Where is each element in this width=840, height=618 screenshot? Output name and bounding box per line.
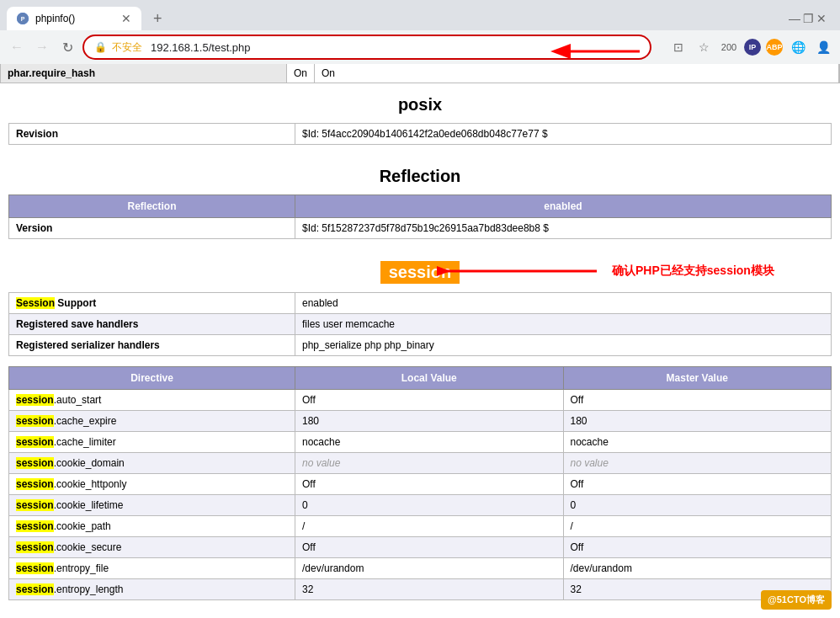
session-serializer-row: Registered serializer handlers php_seria… [9, 335, 832, 356]
directive-row-cache-expire: session.cache_expire 180 180 [9, 411, 832, 432]
tab-bar: P phpinfo() ✕ + — ❐ ✕ [0, 0, 840, 30]
session-save-handlers-value: files user memcache [295, 314, 832, 335]
directive-cache-expire-local: 180 [295, 411, 564, 432]
directive-cookie-secure-local: Off [295, 537, 564, 558]
posix-table: Revision $Id: 5f4acc20904b1406142f2a0ede… [8, 123, 832, 145]
directive-col1: Directive [9, 367, 295, 390]
close-button[interactable]: ✕ [816, 13, 827, 24]
directive-cookie-path: session.cookie_path [9, 516, 295, 537]
svg-text:P: P [21, 16, 25, 22]
directive-cookie-httponly-local: Off [295, 474, 564, 495]
minimize-button[interactable]: — [789, 13, 800, 24]
back-button[interactable]: ← [7, 37, 27, 57]
directive-row-cookie-lifetime: session.cookie_lifetime 0 0 [9, 495, 832, 516]
posix-revision-label: Revision [9, 124, 295, 145]
directive-cache-limiter-master: nocache [563, 432, 832, 453]
cast-icon[interactable]: ⊡ [668, 37, 688, 57]
reflection-version-label: Version [9, 218, 295, 239]
directive-cookie-httponly: session.cookie_httponly [9, 474, 295, 495]
session-arrow [437, 258, 605, 284]
session-support-value: enabled [295, 293, 832, 314]
session-highlight: Session [16, 297, 55, 309]
directive-auto-start-master: Off [563, 390, 832, 411]
directive-cookie-path-local: / [295, 516, 564, 537]
directive-row-entropy-length: session.entropy_length 32 32 [9, 579, 832, 600]
reflection-section-title: Reflection [0, 155, 840, 194]
ip-icon[interactable]: IP [744, 39, 761, 56]
window-controls: — ❐ ✕ [789, 13, 833, 24]
tab-close-button[interactable]: ✕ [121, 12, 131, 25]
reflection-col2: enabled [295, 195, 832, 218]
session-serializer-label: Registered serializer handlers [9, 335, 295, 356]
directive-col3: Master Value [563, 367, 832, 390]
directive-cookie-domain-master: no value [563, 453, 832, 474]
page-content: phar.require_hash On On posix Revision $… [0, 64, 840, 610]
session-save-handlers-row: Registered save handlers files user memc… [9, 314, 832, 335]
directive-cookie-domain-local: no value [295, 453, 564, 474]
directive-row-cookie-path: session.cookie_path / / [9, 516, 832, 537]
posix-truncated-row: phar.require_hash On On [0, 64, 840, 83]
bookmark-icon[interactable]: ☆ [694, 37, 714, 57]
forward-button[interactable]: → [32, 37, 52, 57]
posix-revision-value: $Id: 5f4acc20904b1406142f2a0ede068db048c… [295, 124, 832, 145]
directive-row-cookie-domain: session.cookie_domain no value no value [9, 453, 832, 474]
refresh-button[interactable]: ↻ [57, 37, 77, 57]
security-icon: 🔒 [94, 41, 107, 53]
truncated-label: phar.require_hash [1, 64, 287, 83]
directive-cookie-lifetime-local: 0 [295, 495, 564, 516]
abp-icon[interactable]: ABP [766, 39, 783, 56]
directive-entropy-file-master: /dev/urandom [563, 558, 832, 579]
reflection-version-row: Version $Id: 5f15287237d5f78d75b19c26915… [9, 218, 832, 239]
truncated-value2: On [315, 64, 839, 83]
session-annotation-text: 确认PHP已经支持session模块 [612, 264, 774, 279]
directive-cache-expire-master: 180 [563, 411, 832, 432]
reflection-table: Reflection enabled Version $Id: 5f152872… [8, 194, 832, 239]
directive-cache-limiter: session.cache_limiter [9, 432, 295, 453]
session-header-container: session 确认PHP已经支持session模块 [0, 249, 840, 292]
address-bar: ← → ↻ 🔒 不安全 192.168.1.5/test.php ⊡ ☆ 200… [0, 30, 840, 64]
active-tab[interactable]: P phpinfo() ✕ [7, 7, 141, 30]
directive-auto-start-local: Off [295, 390, 564, 411]
directive-row-cookie-httponly: session.cookie_httponly Off Off [9, 474, 832, 495]
directive-row-entropy-file: session.entropy_file /dev/urandom /dev/u… [9, 558, 832, 579]
toolbar-icons: ⊡ ☆ 200 IP ABP 🌐 👤 [668, 37, 833, 57]
address-arrow [547, 39, 648, 64]
directive-col2: Local Value [295, 367, 564, 390]
session-serializer-value: php_serialize php php_binary [295, 335, 832, 356]
tab-favicon: P [17, 13, 29, 24]
directive-cookie-domain: session.cookie_domain [9, 453, 295, 474]
directive-row-auto-start: session.auto_start Off Off [9, 390, 832, 411]
chrome-icon[interactable]: 🌐 [788, 37, 808, 57]
posix-section-title: posix [0, 83, 840, 123]
directive-entropy-file-local: /dev/urandom [295, 558, 564, 579]
directive-cookie-secure-master: Off [563, 537, 832, 558]
directive-cookie-httponly-master: Off [563, 474, 832, 495]
directive-row-cache-limiter: session.cache_limiter nocache nocache [9, 432, 832, 453]
truncated-value1: On [287, 64, 315, 83]
profile-icon[interactable]: 👤 [813, 37, 833, 57]
restore-button[interactable]: ❐ [803, 13, 813, 24]
session-support-label: Session Support [9, 293, 295, 314]
reflection-col1: Reflection [9, 195, 295, 218]
directive-cache-limiter-local: nocache [295, 432, 564, 453]
directive-cookie-path-master: / [563, 516, 832, 537]
watermark: @51CTO博客 [761, 590, 832, 610]
posix-revision-row: Revision $Id: 5f4acc20904b1406142f2a0ede… [9, 124, 832, 145]
directive-entropy-length: session.entropy_length [9, 579, 295, 600]
directive-table: Directive Local Value Master Value sessi… [8, 366, 832, 600]
directive-cookie-lifetime: session.cookie_lifetime [9, 495, 295, 516]
directive-entropy-length-local: 32 [295, 579, 564, 600]
directive-auto-start: session.auto_start [9, 390, 295, 411]
directive-cookie-lifetime-master: 0 [563, 495, 832, 516]
reflection-version-value: $Id: 5f15287237d5f78d75b19c26915aa7bd83d… [295, 218, 832, 239]
security-label: 不安全 [112, 40, 142, 55]
directive-entropy-file: session.entropy_file [9, 558, 295, 579]
session-info-table: Session Support enabled Registered save … [8, 292, 832, 356]
directive-cookie-secure: session.cookie_secure [9, 537, 295, 558]
no-value-master: no value [571, 457, 609, 469]
new-tab-button[interactable]: + [148, 10, 167, 28]
directive-row-cookie-secure: session.cookie_secure Off Off [9, 537, 832, 558]
session-support-row: Session Support enabled [9, 293, 832, 314]
session-arrow-annotation: 确认PHP已经支持session模块 [437, 258, 774, 284]
tab-title: phpinfo() [35, 13, 75, 24]
